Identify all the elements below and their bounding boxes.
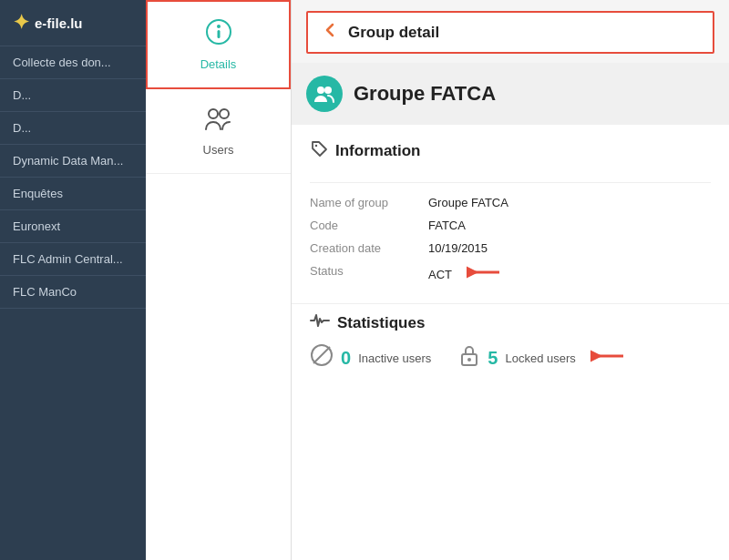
svg-point-13 [467,358,471,361]
status-arrow-icon [467,264,501,285]
group-avatar-icon [306,76,343,112]
stat-locked-users: 5 Locked users [458,344,624,372]
sidebar-nav: Collecte des don... D... D... Dynamic Da… [0,46,146,560]
status-row: ACT [428,264,711,285]
tag-icon [310,139,328,162]
sidebar-item-flc-manco[interactable]: FLC ManCo [0,276,146,309]
svg-point-5 [317,87,324,94]
details-icon [205,18,232,52]
tab-users[interactable]: Users [146,89,291,174]
back-icon[interactable] [323,22,339,43]
locked-count: 5 [488,348,498,369]
svg-point-3 [209,109,218,118]
sidebar-item-d1[interactable]: D... [0,79,146,112]
value-creation-date: 10/19/2015 [428,241,711,255]
info-divider [310,182,711,183]
lock-icon [458,344,480,372]
logo-text: e-file.lu [35,15,83,31]
label-status: Status [310,264,428,285]
stat-inactive-users: 0 Inactive users [310,343,431,372]
svg-line-11 [313,347,330,363]
inactive-count: 0 [341,348,351,369]
sidebar-logo: ✦ e-file.lu [0,0,146,46]
details-tab-label: Details [200,57,237,71]
svg-rect-2 [217,30,220,38]
info-table: Name of group Groupe FATCA Code FATCA Cr… [310,196,711,285]
detail-tabs-panel: Details Users [146,0,292,560]
group-detail-title: Group detail [348,24,439,42]
group-name: Groupe FATCA [354,82,496,106]
sidebar-item-dynamic[interactable]: Dynamic Data Man... [0,145,146,178]
sidebar-item-collecte[interactable]: Collecte des don... [0,46,146,79]
sidebar-item-d2[interactable]: D... [0,112,146,145]
group-title-bar: Groupe FATCA [292,63,729,125]
tab-details[interactable]: Details [146,0,291,89]
inactive-icon [310,343,334,372]
stats-row: 0 Inactive users 5 Locked users [310,343,711,383]
information-title: Information [335,142,421,160]
users-icon [204,106,233,137]
inactive-label: Inactive users [358,351,431,365]
group-detail-header: Group detail [306,11,714,54]
sidebar-item-enquetes[interactable]: Enquêtes [0,178,146,210]
users-tab-label: Users [203,143,234,157]
locked-arrow-icon [590,348,625,368]
stats-title: Statistiques [337,314,425,332]
label-code: Code [310,219,428,232]
value-status: ACT [428,268,452,281]
main-content: Group detail Groupe FATCA Informat [292,0,729,560]
label-creation-date: Creation date [310,241,428,255]
info-section: Information Name of group Groupe FATCA C… [292,125,729,560]
stats-pulse-icon [310,313,330,332]
information-header: Information [310,139,711,169]
stats-header: Statistiques [310,313,711,332]
stats-section: Statistiques 0 Inactive users [292,303,729,394]
svg-point-1 [217,25,221,28]
sidebar-item-flc-admin[interactable]: FLC Admin Central... [0,243,146,276]
svg-point-7 [315,145,317,147]
sidebar: ✦ e-file.lu Collecte des don... D... D..… [0,0,146,560]
label-name-of-group: Name of group [310,196,428,209]
svg-point-4 [220,109,229,118]
svg-point-6 [324,87,332,94]
locked-label: Locked users [505,351,575,365]
value-code: FATCA [428,219,711,232]
sidebar-item-euronext[interactable]: Euronext [0,210,146,243]
logo-icon: ✦ [13,11,29,35]
value-name-of-group: Groupe FATCA [428,196,711,209]
